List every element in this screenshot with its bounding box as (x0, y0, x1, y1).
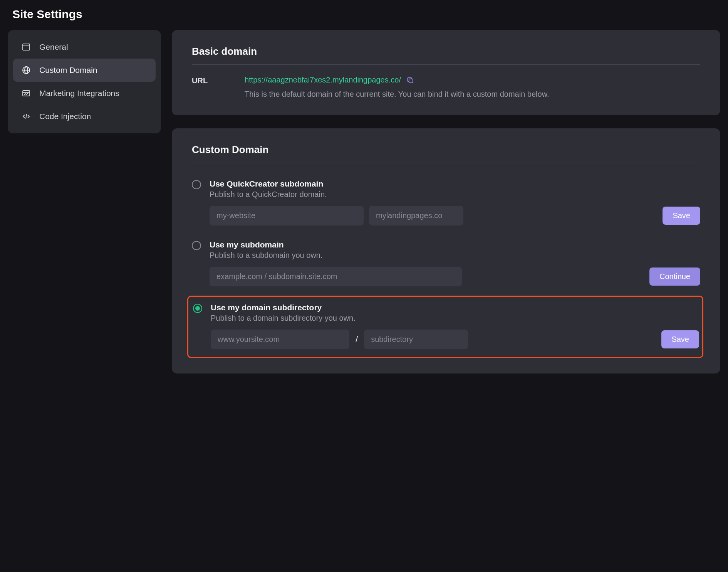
option-quickcreator-subdomain: Use QuickCreator subdomain Publish to a … (192, 174, 700, 235)
panel-basic-domain: Basic domain URL https://aaagznebfai7xes… (172, 30, 720, 115)
input-row: Save (210, 206, 700, 225)
radio-content: Use QuickCreator subdomain Publish to a … (210, 179, 700, 225)
radio-content: Use my domain subdirectory Publish to a … (211, 303, 699, 349)
url-row: URL https://aaagznebfai7xes2.mylandingpa… (192, 76, 700, 100)
input-row: / Save (211, 330, 699, 349)
radio-quickcreator-subdomain[interactable] (192, 180, 201, 189)
continue-button[interactable]: Continue (649, 267, 700, 286)
my-subdomain-input[interactable] (210, 267, 462, 286)
panel-title-custom: Custom Domain (192, 144, 700, 163)
sidebar-item-label: Code Injection (39, 112, 91, 121)
layout: General Custom Domain Marketing Integrat… (8, 30, 720, 373)
subdomain-input[interactable] (210, 206, 364, 225)
sidebar-item-label: Marketing Integrations (39, 89, 119, 98)
option-domain-subdirectory: Use my domain subdirectory Publish to a … (187, 296, 703, 358)
save-button-quickcreator[interactable]: Save (663, 207, 700, 225)
browser-icon (22, 42, 31, 52)
sidebar: General Custom Domain Marketing Integrat… (8, 30, 161, 133)
save-button-subdirectory[interactable]: Save (661, 330, 699, 348)
radio-desc: Publish to a domain subdirectory you own… (211, 314, 699, 323)
globe-icon (22, 66, 31, 75)
radio-desc: Publish to a subdomain you own. (210, 251, 700, 260)
svg-rect-6 (23, 91, 30, 96)
url-label: URL (192, 76, 208, 85)
domain-suffix-input[interactable] (369, 206, 463, 225)
code-icon (22, 112, 31, 121)
radio-title: Use QuickCreator subdomain (210, 179, 700, 188)
radio-title: Use my domain subdirectory (211, 303, 699, 312)
integrate-icon (22, 89, 31, 98)
sidebar-item-custom-domain[interactable]: Custom Domain (13, 59, 156, 82)
url-link-row: https://aaagznebfai7xes2.mylandingpages.… (245, 76, 700, 84)
sidebar-item-label: General (39, 42, 68, 52)
sidebar-item-code-injection[interactable]: Code Injection (13, 105, 156, 128)
page-title: Site Settings (12, 8, 720, 21)
svg-line-8 (26, 114, 27, 119)
radio-my-subdomain[interactable] (192, 241, 201, 250)
panel-custom-domain: Custom Domain Use QuickCreator subdomain… (172, 128, 720, 373)
radio-title: Use my subdomain (210, 240, 700, 249)
sidebar-item-marketing-integrations[interactable]: Marketing Integrations (13, 82, 156, 105)
main: Basic domain URL https://aaagznebfai7xes… (172, 30, 720, 373)
panel-title-basic: Basic domain (192, 45, 700, 65)
svg-rect-0 (23, 44, 30, 50)
radio-desc: Publish to a QuickCreator domain. (210, 190, 700, 199)
slash-separator: / (356, 335, 358, 345)
sidebar-item-general[interactable]: General (13, 35, 156, 59)
subdirectory-input[interactable] (364, 330, 468, 349)
url-content: https://aaagznebfai7xes2.mylandingpages.… (245, 76, 700, 100)
option-my-subdomain: Use my subdomain Publish to a subdomain … (192, 235, 700, 296)
url-desc: This is the default domain of the curren… (245, 88, 700, 100)
domain-host-input[interactable] (211, 330, 349, 349)
copy-icon[interactable] (406, 76, 414, 84)
svg-rect-9 (409, 79, 413, 82)
radio-domain-subdirectory[interactable] (193, 304, 202, 313)
sidebar-item-label: Custom Domain (39, 66, 97, 75)
url-link[interactable]: https://aaagznebfai7xes2.mylandingpages.… (245, 76, 401, 84)
radio-content: Use my subdomain Publish to a subdomain … (210, 240, 700, 286)
input-row: Continue (210, 267, 700, 286)
